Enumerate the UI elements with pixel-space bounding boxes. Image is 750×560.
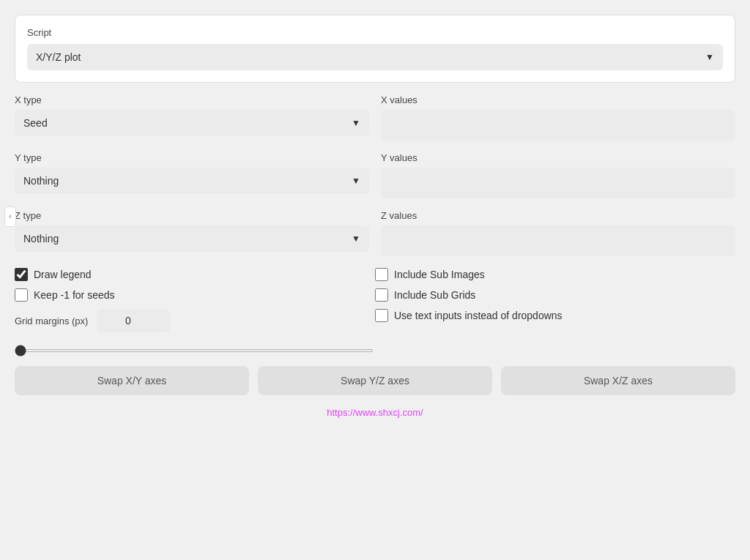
y-type-group: Y type Nothing Seed Steps CFG Scale Prom…: [15, 152, 369, 198]
z-type-select[interactable]: Nothing Seed Steps CFG Scale Prompt S/R …: [15, 225, 369, 252]
watermark: https://www.shxcj.com/: [15, 407, 735, 418]
use-text-inputs-label[interactable]: Use text inputs instead of dropdowns: [394, 310, 562, 321]
y-type-select-wrapper: Nothing Seed Steps CFG Scale Prompt S/R …: [15, 168, 369, 194]
script-select[interactable]: X/Y/Z plot: [27, 44, 723, 70]
y-row: Y type Nothing Seed Steps CFG Scale Prom…: [15, 152, 735, 198]
draw-legend-label[interactable]: Draw legend: [34, 269, 92, 280]
collapse-tab[interactable]: ‹: [4, 206, 16, 227]
grid-margins-slider[interactable]: [15, 349, 374, 352]
include-sub-grids-checkbox[interactable]: [375, 288, 388, 302]
keep-minus1-row: Keep -1 for seeds: [15, 288, 375, 302]
use-text-inputs-checkbox[interactable]: [375, 309, 388, 322]
buttons-row: Swap X/Y axes Swap Y/Z axes Swap X/Z axe…: [15, 366, 735, 395]
z-values-label: Z values: [381, 210, 735, 221]
include-sub-images-row: Include Sub Images: [375, 268, 735, 281]
x-type-group: X type Seed Nothing Steps CFG Scale Prom…: [15, 94, 369, 141]
x-type-select[interactable]: Seed Nothing Steps CFG Scale Prompt S/R …: [15, 110, 369, 136]
x-type-label: X type: [15, 94, 369, 105]
z-values-input[interactable]: [381, 225, 735, 256]
draw-legend-checkbox[interactable]: [15, 268, 28, 281]
options-row: Draw legend Keep -1 for seeds Grid margi…: [15, 268, 735, 335]
x-type-select-wrapper: Seed Nothing Steps CFG Scale Prompt S/R …: [15, 110, 369, 136]
swap-xy-button[interactable]: Swap X/Y axes: [15, 366, 249, 395]
x-row: X type Seed Nothing Steps CFG Scale Prom…: [15, 94, 735, 141]
use-text-inputs-row: Use text inputs instead of dropdowns: [375, 309, 735, 322]
include-sub-grids-row: Include Sub Grids: [375, 288, 735, 302]
x-values-label: X values: [381, 94, 735, 105]
x-values-input[interactable]: [381, 110, 735, 141]
draw-legend-row: Draw legend: [15, 268, 375, 281]
z-row: Z type Nothing Seed Steps CFG Scale Prom…: [15, 210, 735, 256]
grid-margins-input[interactable]: [97, 309, 170, 332]
y-type-label: Y type: [15, 152, 369, 163]
include-sub-images-checkbox[interactable]: [375, 268, 388, 281]
grid-margins-label: Grid margins (px): [15, 316, 88, 326]
grid-margins-row: Grid margins (px): [15, 309, 375, 332]
x-values-group: X values: [381, 94, 735, 141]
swap-xz-button[interactable]: Swap X/Z axes: [501, 366, 735, 395]
y-values-input[interactable]: [381, 168, 735, 198]
right-options: Include Sub Images Include Sub Grids Use…: [375, 268, 735, 335]
keep-minus1-label[interactable]: Keep -1 for seeds: [34, 289, 115, 301]
y-type-select[interactable]: Nothing Seed Steps CFG Scale Prompt S/R …: [15, 168, 369, 194]
y-values-label: Y values: [381, 152, 735, 163]
include-sub-grids-label[interactable]: Include Sub Grids: [394, 289, 475, 301]
left-options: Draw legend Keep -1 for seeds Grid margi…: [15, 268, 375, 335]
swap-yz-button[interactable]: Swap Y/Z axes: [258, 366, 492, 395]
script-label: Script: [27, 27, 723, 38]
y-values-group: Y values: [381, 152, 735, 198]
z-values-group: Z values: [381, 210, 735, 256]
script-select-wrapper: X/Y/Z plot ▼: [27, 44, 723, 70]
z-type-group: Z type Nothing Seed Steps CFG Scale Prom…: [15, 210, 369, 256]
z-type-select-wrapper: Nothing Seed Steps CFG Scale Prompt S/R …: [15, 225, 369, 252]
z-type-label: Z type: [15, 210, 369, 221]
collapse-icon: ‹: [9, 212, 11, 220]
script-section: Script X/Y/Z plot ▼: [15, 15, 735, 83]
slider-row: [15, 343, 735, 354]
include-sub-images-label[interactable]: Include Sub Images: [394, 269, 485, 280]
keep-minus1-checkbox[interactable]: [15, 288, 28, 302]
